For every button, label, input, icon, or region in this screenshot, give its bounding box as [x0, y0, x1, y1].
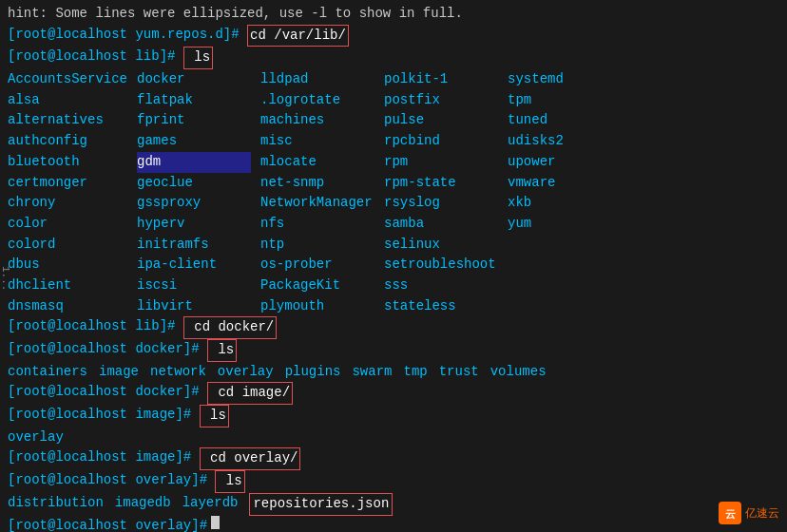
cursor [211, 516, 220, 529]
dir-libvirt: libvirt [137, 296, 251, 317]
file-repositories: repositories.json [249, 493, 393, 516]
dir-polkit-1: polkit-1 [384, 69, 498, 90]
cmd-box-3: cd docker/ [183, 316, 277, 339]
dir-tmp: tmp [403, 362, 427, 383]
cmd-6 [191, 405, 199, 428]
dir-xkb: xkb [508, 193, 622, 214]
prompt-final: [root@localhost overlay]# [8, 516, 207, 533]
dir-trust: trust [439, 362, 479, 383]
dir-certmonger: certmonger [8, 173, 127, 194]
dir-pulse: pulse [384, 110, 498, 131]
cmd-line-8: [root@localhost overlay]# ls [8, 470, 779, 493]
dir-iscsi: iscsi [137, 276, 251, 296]
dir-stateless: stateless [384, 296, 498, 317]
cmd-line-5: [root@localhost docker]# cd image/ [8, 382, 779, 405]
hint-text: hint: Some lines were ellipsized, use -l… [8, 4, 463, 25]
cmd-line-7: [root@localhost image]# cd overlay/ [8, 447, 779, 470]
prompt-1: [root@localhost yum.repos.d]# [8, 25, 240, 48]
dir-rsyslog: rsyslog [384, 193, 498, 214]
dir-tuned: tuned [508, 110, 622, 131]
cmd-line-1: [root@localhost yum.repos.d]# cd /var/li… [8, 25, 779, 48]
cmd-line-final: [root@localhost overlay]# [8, 516, 779, 533]
dir-initramfs: initramfs [137, 235, 251, 256]
dir-ntp: ntp [260, 235, 374, 256]
dir-systemd: systemd [508, 69, 622, 90]
dir-rpm-state: rpm-state [384, 173, 498, 194]
cloud-icon: 云 [720, 504, 739, 522]
dir-samba: samba [384, 214, 498, 235]
cmd-box-2: ls [183, 47, 213, 69]
cmd-3 [175, 316, 182, 339]
dir-logrotate: .logrotate [260, 90, 374, 111]
dir-col-1: AccountsService alsa alternatives authco… [8, 69, 137, 316]
dir-col-2: docker flatpak fprint games gdm geoclue … [137, 69, 260, 316]
watermark-logo: 云 [719, 502, 741, 524]
docker-listing: containers image network overlay plugins… [8, 362, 779, 383]
dir-containers: containers [8, 362, 87, 383]
dir-plugins: plugins [285, 362, 341, 383]
dir-rpm: rpm [384, 152, 498, 173]
dir-listing-lib: AccountsService alsa alternatives authco… [8, 69, 779, 316]
dir-AccountsService: AccountsService [8, 69, 127, 90]
dir-alternatives: alternatives [8, 110, 127, 131]
dir-col-4: polkit-1 postfix pulse rpcbind rpm rpm-s… [384, 69, 508, 316]
prompt-2: [root@localhost lib]# [8, 47, 175, 69]
cmd-line-4: [root@localhost docker]# ls [8, 339, 779, 362]
cmd-line-2: [root@localhost lib]# ls [8, 47, 779, 69]
dir-col-3: lldpad .logrotate machines misc mlocate … [260, 69, 384, 316]
prompt-8: [root@localhost overlay]# [8, 470, 207, 493]
dir-postfix: postfix [384, 90, 498, 111]
dir-games: games [137, 131, 251, 152]
dir-overlay: overlay [218, 362, 274, 383]
hint-line: hint: Some lines were ellipsized, use -l… [8, 4, 779, 25]
cmd-5 [200, 382, 207, 405]
cmd-box-5: cd image/ [207, 382, 293, 405]
dir-os-prober: os-prober [260, 255, 374, 276]
dir-bluetooth: bluetooth [8, 152, 127, 173]
cmd-box-6: ls [200, 405, 229, 428]
dir-sss: sss [384, 276, 498, 296]
prompt-4: [root@localhost docker]# [8, 339, 200, 362]
svg-text:云: 云 [725, 508, 736, 520]
dir-net-snmp: net-snmp [260, 173, 374, 194]
dir-swarm: swarm [352, 362, 392, 383]
dir-plymouth: plymouth [260, 296, 374, 317]
dir-layerdb: layerdb [182, 493, 239, 516]
dir-network: network [150, 362, 206, 383]
overlay-listing: distribution imagedb layerdb repositorie… [8, 493, 779, 516]
dir-misc: misc [260, 131, 374, 152]
dir-gdm: gdm [137, 152, 251, 173]
dir-machines: machines [260, 110, 374, 131]
image-listing: overlay [8, 428, 779, 448]
cmd-line-3: [root@localhost lib]# cd docker/ [8, 316, 779, 339]
dir-mlocate: mlocate [260, 152, 374, 173]
dir-dbus: dbus [8, 255, 127, 276]
dir-nfs: nfs [260, 214, 374, 235]
dir-alsa: alsa [8, 90, 127, 111]
cmd-box-1: cd /var/lib/ [247, 25, 349, 48]
dir-image: image [99, 362, 139, 383]
dir-NetworkManager: NetworkManager [260, 193, 374, 214]
dir-gssproxy: gssproxy [137, 193, 251, 214]
cmd-2 [175, 47, 182, 69]
dir-fprint: fprint [137, 110, 251, 131]
dir-lldpad: lldpad [260, 69, 374, 90]
cmd-box-7: cd overlay/ [200, 447, 301, 470]
dir-hyperv: hyperv [137, 214, 251, 235]
watermark-label: 亿速云 [745, 505, 779, 522]
dir-authconfig: authconfig [8, 131, 127, 152]
cmd-line-6: [root@localhost image]# ls [8, 405, 779, 428]
cmd-8 [207, 470, 215, 493]
dir-distribution: distribution [8, 493, 104, 516]
dir-rpcbind: rpcbind [384, 131, 498, 152]
dir-dnsmasq: dnsmasq [8, 296, 127, 317]
dir-geoclue: geoclue [137, 173, 251, 194]
dir-tpm: tpm [508, 90, 622, 111]
dir-color: color [8, 214, 127, 235]
cmd-box-8: ls [215, 470, 244, 493]
dir-upower: upower [508, 152, 622, 173]
prompt-3: [root@localhost lib]# [8, 316, 175, 339]
dir-overlay-img: overlay [8, 428, 64, 448]
dir-setroubleshoot: setroubleshoot [384, 255, 498, 276]
prompt-7: [root@localhost image]# [8, 447, 191, 470]
